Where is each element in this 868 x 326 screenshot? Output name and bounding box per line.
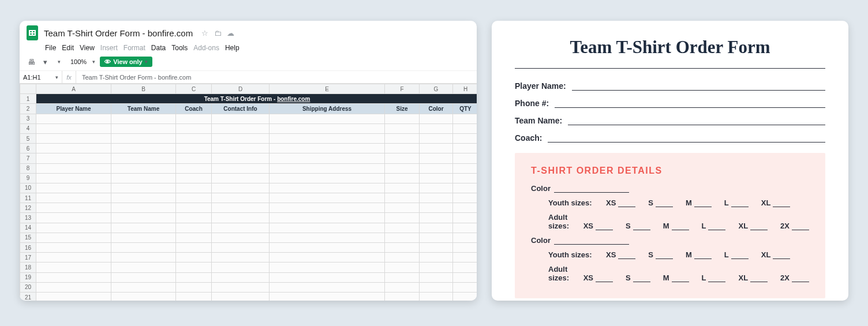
spreadsheet-grid[interactable]: ABCDEFGH1Team T-Shirt Order Form - bonfi… (20, 84, 477, 301)
row-header-16[interactable]: 16 (20, 243, 36, 253)
cell[interactable] (212, 292, 270, 301)
cell[interactable] (176, 263, 212, 272)
cell[interactable] (453, 133, 477, 143)
cell[interactable] (36, 163, 111, 173)
menu-data[interactable]: Data (151, 44, 166, 52)
cell[interactable] (36, 123, 111, 133)
cell[interactable] (385, 263, 420, 272)
cell[interactable] (385, 163, 420, 173)
cell[interactable] (385, 193, 420, 203)
cell[interactable] (212, 163, 270, 173)
col-header-E[interactable]: E (270, 84, 385, 94)
cell[interactable] (453, 203, 477, 213)
cell[interactable] (111, 153, 176, 163)
cell[interactable] (212, 253, 270, 263)
row-header-5[interactable]: 5 (20, 133, 36, 143)
cell[interactable] (385, 144, 420, 153)
cell[interactable] (420, 183, 453, 193)
cell[interactable] (420, 133, 453, 143)
color-blank[interactable] (554, 185, 629, 193)
size-blank[interactable] (596, 223, 613, 230)
row-header-2[interactable]: 2 (20, 104, 36, 114)
cell[interactable] (212, 213, 270, 223)
size-blank[interactable] (731, 200, 749, 207)
cell[interactable] (270, 173, 385, 183)
cell[interactable] (270, 133, 385, 143)
move-folder-icon[interactable]: 🗀 (214, 29, 222, 37)
cell[interactable] (453, 223, 477, 233)
cell[interactable] (385, 223, 420, 233)
cell[interactable] (270, 203, 385, 213)
cell[interactable] (270, 123, 385, 133)
cell[interactable] (385, 183, 420, 193)
cell[interactable] (453, 272, 477, 282)
cell[interactable] (420, 223, 453, 233)
field-line[interactable] (548, 134, 825, 143)
menu-insert[interactable]: Insert (100, 44, 118, 52)
cell[interactable] (453, 263, 477, 272)
cell[interactable] (270, 292, 385, 301)
cell[interactable] (270, 183, 385, 193)
cell[interactable] (111, 213, 176, 223)
cell[interactable] (270, 163, 385, 173)
cell[interactable] (36, 203, 111, 213)
column-header-2[interactable]: Coach (176, 104, 212, 114)
size-blank[interactable] (694, 200, 712, 207)
cell[interactable] (36, 223, 111, 233)
cell[interactable] (453, 163, 477, 173)
cell[interactable] (385, 272, 420, 282)
row-header-14[interactable]: 14 (20, 223, 36, 233)
menu-view[interactable]: View (80, 44, 95, 52)
cell[interactable] (111, 173, 176, 183)
row-header-19[interactable]: 19 (20, 272, 36, 282)
cell[interactable] (453, 193, 477, 203)
cell[interactable] (270, 144, 385, 153)
size-blank[interactable] (792, 275, 809, 282)
cell[interactable] (111, 282, 176, 292)
cell[interactable] (111, 203, 176, 213)
cell[interactable] (270, 213, 385, 223)
row-header-18[interactable]: 18 (20, 263, 36, 272)
cell[interactable] (212, 153, 270, 163)
cell[interactable] (420, 292, 453, 301)
cell[interactable] (385, 253, 420, 263)
cell[interactable] (176, 173, 212, 183)
cell[interactable] (385, 123, 420, 133)
row-header-21[interactable]: 21 (20, 292, 36, 301)
menu-format[interactable]: Format (124, 44, 145, 52)
cell[interactable] (453, 292, 477, 301)
column-header-3[interactable]: Contact Info (212, 104, 270, 114)
col-header-C[interactable]: C (176, 84, 212, 94)
name-box[interactable]: A1:H1 ▾ (20, 71, 62, 83)
size-blank[interactable] (708, 275, 725, 282)
view-only-chip[interactable]: 👁 View only ▾ (100, 57, 152, 67)
cell[interactable] (453, 233, 477, 242)
cell[interactable] (36, 243, 111, 253)
cell[interactable] (385, 213, 420, 223)
col-header-F[interactable]: F (385, 84, 420, 94)
size-blank[interactable] (694, 252, 712, 259)
cell[interactable] (36, 213, 111, 223)
row-header-9[interactable]: 9 (20, 173, 36, 183)
star-icon[interactable]: ☆ (201, 29, 209, 37)
cell[interactable] (111, 133, 176, 143)
size-blank[interactable] (656, 200, 673, 207)
column-header-4[interactable]: Shipping Address (270, 104, 385, 114)
cell[interactable] (212, 123, 270, 133)
menu-add-ons[interactable]: Add-ons (193, 44, 219, 52)
cell[interactable] (385, 282, 420, 292)
cell[interactable] (36, 263, 111, 272)
field-line[interactable] (568, 117, 825, 125)
col-header-H[interactable]: H (453, 84, 477, 94)
cell[interactable] (176, 123, 212, 133)
cell[interactable] (36, 133, 111, 143)
menu-edit[interactable]: Edit (62, 44, 74, 52)
cell[interactable] (111, 114, 176, 123)
col-header-G[interactable]: G (420, 84, 453, 94)
cell[interactable] (36, 253, 111, 263)
cell[interactable] (420, 213, 453, 223)
cell[interactable] (453, 213, 477, 223)
size-blank[interactable] (672, 223, 689, 230)
size-blank[interactable] (618, 200, 635, 207)
cell[interactable] (176, 163, 212, 173)
